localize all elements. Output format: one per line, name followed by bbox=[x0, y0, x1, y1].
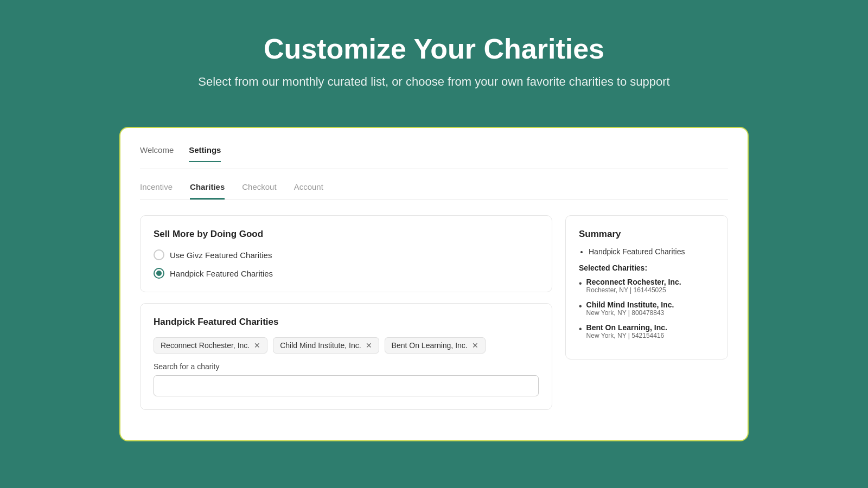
tab-account[interactable]: Account bbox=[294, 182, 323, 200]
top-nav: Welcome Settings bbox=[140, 145, 728, 169]
summary-title: Summary bbox=[579, 229, 714, 240]
charity-info-childmind: Child Mind Institute, Inc. New York, NY … bbox=[586, 300, 674, 317]
hero-title: Customize Your Charities bbox=[22, 33, 846, 65]
card-wrapper: Welcome Settings Incentive Charities Che… bbox=[0, 127, 868, 441]
charity-name-reconnect: Reconnect Rochester, Inc. bbox=[586, 278, 681, 286]
tag-childmind: Child Mind Institute, Inc. ✕ bbox=[273, 337, 379, 354]
charity-bullet-childmind: • bbox=[579, 301, 582, 311]
tag-benton-remove[interactable]: ✕ bbox=[472, 342, 478, 349]
tag-reconnect-label: Reconnect Rochester, Inc. bbox=[161, 341, 250, 350]
tab-incentive[interactable]: Incentive bbox=[140, 182, 173, 200]
tag-childmind-label: Child Mind Institute, Inc. bbox=[280, 341, 361, 350]
handpick-title: Handpick Featured Charities bbox=[154, 317, 539, 328]
charity-item-reconnect: • Reconnect Rochester, Inc. Rochester, N… bbox=[579, 278, 714, 294]
tag-reconnect-remove[interactable]: ✕ bbox=[254, 342, 260, 349]
left-panel: Sell More by Doing Good Use Givz Feature… bbox=[140, 215, 552, 410]
radio-handpick[interactable]: Handpick Featured Charities bbox=[154, 268, 539, 279]
handpick-section: Handpick Featured Charities Reconnect Ro… bbox=[140, 303, 552, 410]
main-card: Welcome Settings Incentive Charities Che… bbox=[119, 127, 749, 441]
tab-checkout[interactable]: Checkout bbox=[242, 182, 276, 200]
charity-bullet-benton: • bbox=[579, 324, 582, 334]
right-panel: Summary Handpick Featured Charities Sele… bbox=[565, 215, 728, 410]
charity-item-benton: • Bent On Learning, Inc. New York, NY | … bbox=[579, 323, 714, 339]
radio-use-givz[interactable]: Use Givz Featured Charities bbox=[154, 249, 539, 260]
charity-detail-reconnect: Rochester, NY | 161445025 bbox=[586, 286, 681, 294]
summary-featured-item: Handpick Featured Charities bbox=[589, 247, 714, 256]
top-nav-welcome[interactable]: Welcome bbox=[140, 145, 174, 162]
radio-label-givz: Use Givz Featured Charities bbox=[170, 251, 272, 260]
charity-detail-benton: New York, NY | 542154416 bbox=[586, 332, 667, 339]
charity-item-childmind: • Child Mind Institute, Inc. New York, N… bbox=[579, 300, 714, 317]
radio-label-handpick: Handpick Featured Charities bbox=[170, 269, 273, 278]
tag-benton-label: Bent On Learning, Inc. bbox=[392, 341, 468, 350]
charity-name-childmind: Child Mind Institute, Inc. bbox=[586, 300, 674, 309]
tab-charities[interactable]: Charities bbox=[190, 182, 225, 200]
radio-circle-handpick bbox=[154, 268, 164, 279]
summary-selected-label: Selected Charities: bbox=[579, 264, 714, 272]
summary-card: Summary Handpick Featured Charities Sele… bbox=[565, 215, 728, 359]
tag-childmind-remove[interactable]: ✕ bbox=[366, 342, 372, 349]
tag-reconnect: Reconnect Rochester, Inc. ✕ bbox=[154, 337, 267, 354]
radio-dot-handpick bbox=[156, 271, 162, 276]
charity-detail-childmind: New York, NY | 800478843 bbox=[586, 309, 674, 317]
summary-featured-list: Handpick Featured Charities bbox=[579, 247, 714, 256]
charity-bullet-reconnect: • bbox=[579, 279, 582, 288]
charity-name-benton: Bent On Learning, Inc. bbox=[586, 323, 667, 332]
charity-info-benton: Bent On Learning, Inc. New York, NY | 54… bbox=[586, 323, 667, 339]
tags-area: Reconnect Rochester, Inc. ✕ Child Mind I… bbox=[154, 337, 539, 354]
search-label: Search for a charity bbox=[154, 362, 539, 371]
charity-info-reconnect: Reconnect Rochester, Inc. Rochester, NY … bbox=[586, 278, 681, 294]
hero-section: Customize Your Charities Select from our… bbox=[0, 0, 868, 111]
tag-benton: Bent On Learning, Inc. ✕ bbox=[385, 337, 486, 354]
top-nav-settings[interactable]: Settings bbox=[189, 145, 221, 162]
sub-tabs: Incentive Charities Checkout Account bbox=[140, 182, 728, 200]
radio-circle-givz bbox=[154, 249, 164, 260]
search-input[interactable] bbox=[154, 375, 539, 396]
sell-more-section: Sell More by Doing Good Use Givz Feature… bbox=[140, 215, 552, 292]
radio-group: Use Givz Featured Charities Handpick Fea… bbox=[154, 249, 539, 279]
content-area: Sell More by Doing Good Use Givz Feature… bbox=[140, 215, 728, 410]
hero-subtitle: Select from our monthly curated list, or… bbox=[22, 75, 846, 89]
sell-more-title: Sell More by Doing Good bbox=[154, 229, 539, 240]
